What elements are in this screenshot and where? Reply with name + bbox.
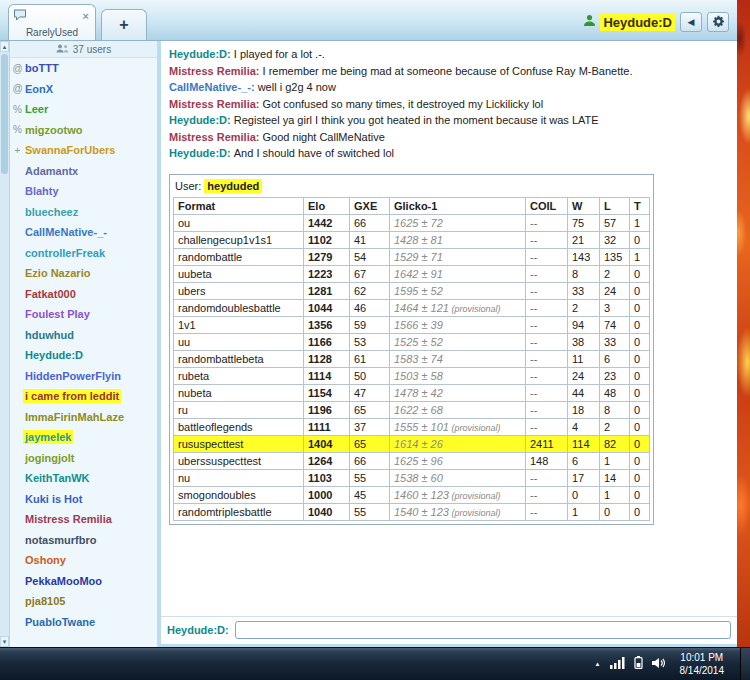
- tab-close-icon[interactable]: ×: [81, 11, 91, 21]
- userlist-scrollbar[interactable]: ▲ ▼: [0, 41, 10, 647]
- ladder-gxe: 65: [350, 435, 390, 452]
- show-hidden-icons[interactable]: ▲: [595, 661, 601, 667]
- ladder-coil: --: [526, 316, 568, 333]
- ladder-glicko: 1460 ± 123 (provisional): [390, 486, 526, 503]
- user-list-item[interactable]: +SwannaForUbers: [10, 140, 157, 161]
- user-list-item[interactable]: @boTTT: [10, 58, 157, 79]
- user-name: Foulest Play: [23, 307, 92, 321]
- user-list-item[interactable]: i came from leddit: [10, 386, 157, 407]
- user-list-item[interactable]: Kuki is Hot: [10, 489, 157, 510]
- user-count-label: 37 users: [73, 44, 111, 55]
- ladder-wins: 1: [568, 503, 600, 520]
- user-list-item[interactable]: jogingjolt: [10, 448, 157, 469]
- ladder-format: rubeta: [174, 367, 304, 384]
- chat-panel: Heydude:D: I played for a lot .-.Mistres…: [161, 41, 737, 644]
- user-list-item[interactable]: HiddenPowerFlyin: [10, 366, 157, 387]
- volume-icon[interactable]: [652, 655, 667, 673]
- ladder-ties: 0: [630, 486, 650, 503]
- user-list-item[interactable]: Blahty: [10, 181, 157, 202]
- ladder-ties: 0: [630, 469, 650, 486]
- user-list-item[interactable]: PuabloTwane: [10, 612, 157, 633]
- user-list-item[interactable]: hduwhud: [10, 325, 157, 346]
- scroll-up-icon[interactable]: ▲: [0, 41, 9, 52]
- ladder-coil: --: [526, 384, 568, 401]
- network-signal-icon[interactable]: [610, 655, 625, 673]
- user-list-item[interactable]: controllerFreak: [10, 243, 157, 264]
- user-list-item[interactable]: pja8105: [10, 591, 157, 612]
- user-name: Ezio Nazario: [23, 266, 92, 280]
- tab-rarelyused[interactable]: × RarelyUsed: [8, 4, 96, 40]
- ladder-wins: 33: [568, 282, 600, 299]
- show-desktop-button[interactable]: [740, 648, 750, 680]
- back-button[interactable]: ◀: [680, 12, 702, 32]
- user-list-item[interactable]: @EonX: [10, 79, 157, 100]
- provisional-label: (provisional): [449, 304, 501, 314]
- user-name: Kuki is Hot: [23, 492, 84, 506]
- scrollbar-thumb[interactable]: [1, 54, 8, 174]
- message-text: I remember me being mad at someone becau…: [263, 65, 633, 77]
- scrollbar-track[interactable]: [0, 52, 9, 636]
- user-list-item[interactable]: jaymelek: [10, 427, 157, 448]
- user-list-item[interactable]: Ezio Nazario: [10, 263, 157, 284]
- user-list-item[interactable]: Adamantx: [10, 161, 157, 182]
- ladder-format: nu: [174, 469, 304, 486]
- message-username: Heydude:D:: [169, 114, 234, 126]
- user-rank: %: [12, 104, 23, 115]
- message-username: Heydude:D:: [169, 147, 234, 159]
- user-list-item[interactable]: Heydude:D: [10, 345, 157, 366]
- ladder-ties: 0: [630, 333, 650, 350]
- message-text: I played for a lot .-.: [234, 48, 325, 60]
- ladder-wins: 0: [568, 486, 600, 503]
- ladder-column-header: Glicko-1: [390, 197, 526, 214]
- user-list-item[interactable]: Mistress Remilia: [10, 509, 157, 530]
- ladder-format: randombattlebeta: [174, 350, 304, 367]
- ladder-ties: 0: [630, 282, 650, 299]
- user-list-item[interactable]: CallMeNative-_-: [10, 222, 157, 243]
- ladder-gxe: 53: [350, 333, 390, 350]
- ladder-row: randomtriplesbattle1040551540 ± 123 (pro…: [174, 503, 650, 520]
- ladder-row: randombattle1279541529 ± 71--1431351: [174, 248, 650, 265]
- user-count-button[interactable]: 37 users: [10, 41, 157, 58]
- ladder-format: uberssuspecttest: [174, 452, 304, 469]
- user-list-item[interactable]: PekkaMooMoo: [10, 571, 157, 592]
- ladder-format: rususpecttest: [174, 435, 304, 452]
- ladder-elo: 1281: [304, 282, 350, 299]
- user-list-item[interactable]: Foulest Play: [10, 304, 157, 325]
- ladder-ties: 0: [630, 384, 650, 401]
- main-content: ▲ ▼ 37 users @boTTT@EonX%Leer%migzootwo+…: [0, 41, 737, 647]
- user-list-item[interactable]: Oshony: [10, 550, 157, 571]
- message-text: Good night CallMeNative: [263, 131, 385, 143]
- scroll-down-icon[interactable]: ▼: [0, 636, 9, 647]
- ladder-glicko: 1428 ± 81: [390, 231, 526, 248]
- ladder-wins: 143: [568, 248, 600, 265]
- ladder-gxe: 62: [350, 282, 390, 299]
- user-list-item[interactable]: ImmaFirinMahLaze: [10, 407, 157, 428]
- chat-message: Heydude:D: And I should have of switched…: [169, 145, 729, 162]
- ladder-wins: 4: [568, 418, 600, 435]
- ladder-elo: 1114: [304, 367, 350, 384]
- user-name: jaymelek: [23, 430, 73, 444]
- ladder-elo: 1442: [304, 214, 350, 231]
- ladder-gxe: 55: [350, 503, 390, 520]
- user-list-item[interactable]: %migzootwo: [10, 120, 157, 141]
- battery-icon[interactable]: [634, 655, 643, 673]
- ladder-losses: 24: [600, 282, 630, 299]
- chat-input[interactable]: [235, 621, 731, 639]
- settings-button[interactable]: [707, 12, 729, 32]
- taskbar-clock[interactable]: 10:01 PM 8/14/2014: [676, 651, 732, 677]
- ladder-format: randomtriplesbattle: [174, 503, 304, 520]
- ladder-wins: 24: [568, 367, 600, 384]
- ladder-glicko: 1525 ± 52: [390, 333, 526, 350]
- message-username: Mistress Remilia:: [169, 98, 263, 110]
- new-tab-button[interactable]: +: [101, 9, 147, 40]
- user-rank: %: [12, 124, 23, 135]
- user-list-item[interactable]: %Leer: [10, 99, 157, 120]
- ladder-losses: 135: [600, 248, 630, 265]
- user-list-item[interactable]: Fatkat000: [10, 284, 157, 305]
- user-list-item[interactable]: KeithTanWK: [10, 468, 157, 489]
- username-button[interactable]: Heydude:D: [583, 13, 675, 31]
- user-list-item[interactable]: notasmurfbro: [10, 530, 157, 551]
- user-list-item[interactable]: bluecheez: [10, 202, 157, 223]
- chat-bubble-icon: [13, 7, 27, 25]
- ladder-coil: --: [526, 265, 568, 282]
